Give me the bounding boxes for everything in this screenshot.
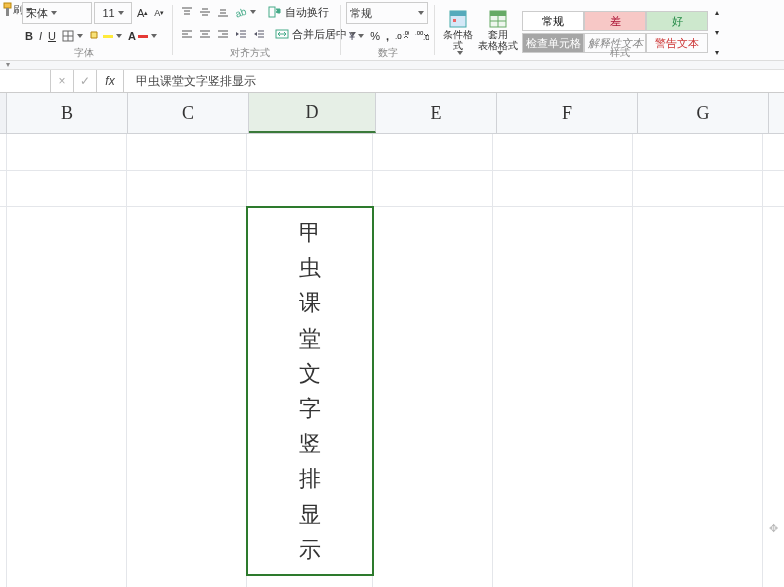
align-right-button[interactable] xyxy=(214,24,232,44)
col-header-B[interactable]: B xyxy=(7,93,128,133)
col-header-G[interactable]: G xyxy=(638,93,769,133)
font-decrease-button[interactable]: A▾ xyxy=(151,3,167,23)
chevron-down-icon xyxy=(151,34,157,38)
style-normal[interactable]: 常规 xyxy=(522,11,584,31)
svg-rect-0 xyxy=(4,3,11,8)
svg-text:.0: .0 xyxy=(423,33,429,41)
style-good[interactable]: 好 xyxy=(646,11,708,31)
formula-bar: × ✓ fx 甲虫课堂文字竖排显示 xyxy=(0,70,784,93)
chevron-down-icon xyxy=(457,51,463,55)
fx-button[interactable]: fx xyxy=(97,70,124,92)
font-size-select[interactable]: 11 xyxy=(94,2,132,24)
scroll-hint-icon: ✥ xyxy=(769,522,778,535)
table-format-label: 套用 表格格式 xyxy=(478,29,518,51)
indent-decrease-button[interactable] xyxy=(232,24,250,44)
name-box[interactable] xyxy=(0,70,51,92)
align-bottom-button[interactable] xyxy=(214,2,232,22)
svg-text:.0: .0 xyxy=(395,32,402,41)
style-group-label: 样式 xyxy=(610,46,630,60)
chevron-down-icon xyxy=(250,10,256,14)
number-group-label: 数字 xyxy=(378,46,398,60)
cancel-button[interactable]: × xyxy=(51,70,74,92)
column-headers: B C D E F G xyxy=(0,93,784,134)
italic-button[interactable]: I xyxy=(36,26,45,46)
grid-body[interactable]: 甲 虫 课 堂 文 字 竖 排 显 示 ✥ xyxy=(0,134,784,587)
chevron-down-icon xyxy=(116,34,122,38)
align-group-label: 对齐方式 xyxy=(230,46,270,60)
bold-button[interactable]: B xyxy=(22,26,36,46)
font-group-label: 字体 xyxy=(74,46,94,60)
formula-content: 甲虫课堂文字竖排显示 xyxy=(136,74,256,88)
fill-color-button[interactable] xyxy=(86,26,125,46)
currency-button[interactable]: ¥ xyxy=(346,26,367,46)
chevron-down-icon xyxy=(51,11,57,15)
ribbon: 刷 宋体 11 A▴ A▾ B I U A 字体 xyxy=(0,0,784,61)
chevron-down-icon xyxy=(358,34,364,38)
percent-button[interactable]: % xyxy=(367,26,383,46)
svg-rect-37 xyxy=(450,11,466,16)
chevron-down-icon xyxy=(497,51,503,55)
font-increase-button[interactable]: A▴ xyxy=(134,3,151,23)
conditional-format-label: 条件格式 xyxy=(440,29,476,51)
svg-rect-38 xyxy=(453,19,456,22)
chevron-down-icon xyxy=(77,34,83,38)
orientation-button[interactable]: ab xyxy=(232,2,259,22)
col-header-E[interactable]: E xyxy=(376,93,497,133)
style-bad[interactable]: 差 xyxy=(584,11,646,31)
style-gallery-more[interactable]: ▾ xyxy=(712,42,722,62)
style-warn[interactable]: 警告文本 xyxy=(646,33,708,53)
cell-D3-text: 甲 虫 课 堂 文 字 竖 排 显 示 xyxy=(299,215,321,567)
style-gallery-up[interactable]: ▴ xyxy=(712,2,722,22)
style-gallery-down[interactable]: ▾ xyxy=(712,22,722,42)
col-header-C[interactable]: C xyxy=(128,93,249,133)
number-format-select[interactable]: 常规 xyxy=(346,2,428,24)
font-size-value: 11 xyxy=(102,7,114,19)
comma-button[interactable]: , xyxy=(383,26,392,46)
svg-text:.00: .00 xyxy=(403,31,409,36)
svg-text:ab: ab xyxy=(235,6,247,18)
increase-decimal-button[interactable]: .0.00 xyxy=(392,26,412,46)
font-name-select[interactable]: 宋体 xyxy=(22,2,92,24)
conditional-format-button[interactable]: 条件格式 xyxy=(440,9,476,55)
chevron-down-icon xyxy=(118,11,124,15)
font-color-button[interactable]: A xyxy=(125,26,160,46)
align-center-button[interactable] xyxy=(196,24,214,44)
align-top-button[interactable] xyxy=(178,2,196,22)
formula-input[interactable]: 甲虫课堂文字竖排显示 xyxy=(124,73,784,90)
align-left-button[interactable] xyxy=(178,24,196,44)
wrap-text-label: 自动换行 xyxy=(285,5,329,20)
wrap-text-button[interactable]: 自动换行 xyxy=(265,2,332,22)
merge-center-label: 合并后居中 xyxy=(292,27,347,42)
number-format-value: 常规 xyxy=(350,6,372,21)
indent-increase-button[interactable] xyxy=(250,24,268,44)
underline-button[interactable]: U xyxy=(45,26,59,46)
decrease-decimal-button[interactable]: .00.0 xyxy=(412,26,432,46)
svg-rect-1 xyxy=(6,8,9,16)
table-format-button[interactable]: 套用 表格格式 xyxy=(480,9,516,55)
svg-rect-15 xyxy=(269,7,275,17)
worksheet-grid[interactable]: B C D E F G 甲 虫 课 堂 文 字 竖 排 显 示 ✥ xyxy=(0,93,784,587)
border-button[interactable] xyxy=(59,26,86,46)
font-name-value: 宋体 xyxy=(26,6,48,21)
col-header-F[interactable]: F xyxy=(497,93,638,133)
chevron-down-icon xyxy=(418,11,424,15)
col-header-D[interactable]: D xyxy=(249,93,376,133)
enter-button[interactable]: ✓ xyxy=(74,70,97,92)
cell-D3[interactable]: 甲 虫 课 堂 文 字 竖 排 显 示 xyxy=(246,206,374,576)
align-middle-button[interactable] xyxy=(196,2,214,22)
ribbon-expand-icon[interactable]: ▾ xyxy=(6,60,10,69)
style-check[interactable]: 检查单元格 xyxy=(522,33,584,53)
